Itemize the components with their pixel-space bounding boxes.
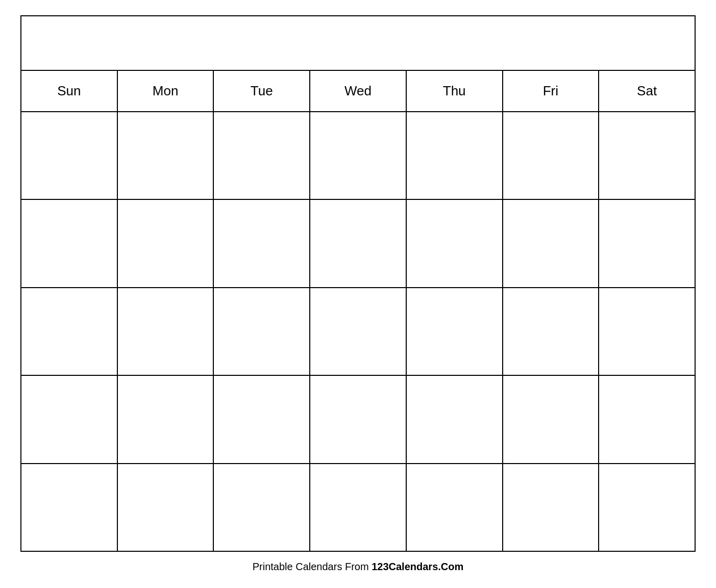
day-cell — [599, 112, 695, 199]
day-cell — [406, 375, 503, 463]
title-row — [21, 16, 695, 70]
day-cell — [310, 199, 406, 287]
day-cell — [117, 288, 214, 375]
calendar-title — [21, 16, 695, 70]
page-container: Sun Mon Tue Wed Thu Fri Sat — [0, 0, 716, 588]
footer: Printable Calendars From 123Calendars.Co… — [253, 561, 464, 573]
day-cell — [310, 288, 406, 375]
day-cell — [21, 112, 117, 199]
day-cell — [599, 199, 695, 287]
day-cell — [406, 288, 503, 375]
day-cell — [21, 199, 117, 287]
day-cell — [406, 112, 503, 199]
day-cell — [406, 464, 503, 551]
calendar-table: Sun Mon Tue Wed Thu Fri Sat — [20, 15, 696, 552]
calendar-wrapper: Sun Mon Tue Wed Thu Fri Sat — [20, 15, 696, 552]
day-cell — [213, 288, 310, 375]
day-cell — [503, 112, 599, 199]
col-header-sat: Sat — [599, 70, 695, 112]
day-cell — [21, 375, 117, 463]
day-cell — [599, 375, 695, 463]
col-header-fri: Fri — [503, 70, 599, 112]
day-cell — [599, 288, 695, 375]
day-cell — [117, 375, 214, 463]
footer-regular-text: Printable Calendars From — [253, 561, 372, 572]
day-cell — [21, 288, 117, 375]
day-cell — [503, 288, 599, 375]
col-header-mon: Mon — [117, 70, 214, 112]
header-row: Sun Mon Tue Wed Thu Fri Sat — [21, 70, 695, 112]
day-cell — [503, 464, 599, 551]
day-cell — [310, 375, 406, 463]
day-cell — [503, 199, 599, 287]
col-header-wed: Wed — [310, 70, 406, 112]
day-cell — [117, 464, 214, 551]
day-cell — [310, 464, 406, 551]
day-cell — [117, 112, 214, 199]
week-row-3 — [21, 288, 695, 375]
footer-bold-text: 123Calendars.Com — [372, 561, 463, 572]
day-cell — [21, 464, 117, 551]
day-cell — [213, 464, 310, 551]
col-header-sun: Sun — [21, 70, 117, 112]
day-cell — [117, 199, 214, 287]
day-cell — [213, 112, 310, 199]
day-cell — [599, 464, 695, 551]
day-cell — [213, 199, 310, 287]
col-header-tue: Tue — [213, 70, 310, 112]
day-cell — [503, 375, 599, 463]
week-row-5 — [21, 464, 695, 551]
week-row-4 — [21, 375, 695, 463]
day-cell — [213, 375, 310, 463]
week-row-1 — [21, 112, 695, 199]
week-row-2 — [21, 199, 695, 287]
day-cell — [406, 199, 503, 287]
day-cell — [310, 112, 406, 199]
col-header-thu: Thu — [406, 70, 503, 112]
